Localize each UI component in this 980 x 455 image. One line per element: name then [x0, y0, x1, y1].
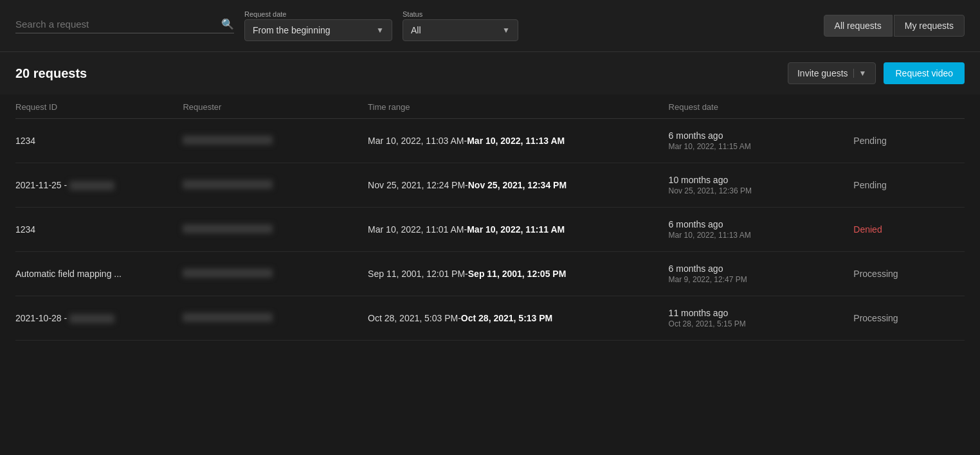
- table-header-row: Request ID Requester Time range Request …: [15, 94, 965, 119]
- status-value: All: [411, 25, 497, 35]
- col-header-requester: Requester: [183, 94, 368, 119]
- invite-guests-button[interactable]: Invite guests ▼: [788, 62, 876, 84]
- sub-bar: 20 requests Invite guests ▼ Request vide…: [0, 52, 980, 94]
- cell-request-date: 6 months agoMar 9, 2022, 12:47 PM: [669, 252, 854, 296]
- status-label: Status: [403, 10, 518, 18]
- date-relative: 10 months ago: [669, 175, 844, 185]
- cell-time-range: Oct 28, 2021, 5:03 PM-Oct 28, 2021, 5:13…: [368, 296, 669, 341]
- date-relative: 11 months ago: [669, 308, 844, 318]
- col-header-time-range: Time range: [368, 94, 669, 119]
- date-relative: 6 months ago: [669, 219, 844, 229]
- table-row[interactable]: 1234Mar 10, 2022, 11:03 AM-Mar 10, 2022,…: [15, 119, 965, 163]
- date-absolute: Mar 10, 2022, 11:15 AM: [669, 142, 844, 151]
- table-row[interactable]: 2021-11-25 -Nov 25, 2021, 12:24 PM-Nov 2…: [15, 163, 965, 208]
- cell-request-date: 6 months agoMar 10, 2022, 11:13 AM: [669, 208, 854, 252]
- status-badge: Processing: [853, 269, 898, 279]
- top-bar: 🔍 Request date From the beginning ▼ Stat…: [0, 0, 980, 52]
- requests-table: Request ID Requester Time range Request …: [15, 94, 965, 341]
- cell-status: Pending: [853, 119, 965, 163]
- cell-request-id: 1234: [15, 119, 183, 163]
- requests-count: 20 requests: [15, 66, 780, 81]
- date-absolute: Nov 25, 2021, 12:36 PM: [669, 186, 844, 195]
- request-id-text: 1234: [15, 224, 35, 235]
- cell-request-date: 11 months agoOct 28, 2021, 5:15 PM: [669, 296, 854, 341]
- date-absolute: Oct 28, 2021, 5:15 PM: [669, 319, 844, 328]
- status-badge: Pending: [853, 180, 886, 190]
- time-range-start: Nov 25, 2021, 12:24 PM-: [368, 180, 468, 190]
- cell-requester: [183, 208, 368, 252]
- status-filter-group: Status All ▼: [403, 10, 518, 41]
- cell-status: Denied: [853, 208, 965, 252]
- cell-requester: [183, 296, 368, 341]
- time-range-end: Mar 10, 2022, 11:11 AM: [467, 224, 565, 235]
- cell-request-id: 1234: [15, 208, 183, 252]
- search-icon: 🔍: [221, 18, 234, 30]
- all-requests-button[interactable]: All requests: [824, 15, 893, 37]
- cell-status: Processing: [853, 252, 965, 296]
- date-absolute: Mar 9, 2022, 12:47 PM: [669, 275, 844, 284]
- date-absolute: Mar 10, 2022, 11:13 AM: [669, 231, 844, 240]
- cell-status: Processing: [853, 296, 965, 341]
- time-range-start: Sep 11, 2001, 12:01 PM-: [368, 269, 468, 279]
- time-range-end: Oct 28, 2021, 5:13 PM: [461, 313, 552, 323]
- cell-request-id: 2021-10-28 -: [15, 296, 183, 341]
- status-badge: Denied: [853, 224, 882, 235]
- request-date-label: Request date: [244, 10, 392, 18]
- time-range-end: Nov 25, 2021, 12:34 PM: [468, 180, 567, 190]
- cell-status: Pending: [853, 163, 965, 208]
- cell-time-range: Nov 25, 2021, 12:24 PM-Nov 25, 2021, 12:…: [368, 163, 669, 208]
- requester-blurred: [183, 224, 273, 233]
- requests-table-container: Request ID Requester Time range Request …: [0, 94, 980, 341]
- cell-request-id: 2021-11-25 -: [15, 163, 183, 208]
- col-header-request-id: Request ID: [15, 94, 183, 119]
- request-id-text: 2021-10-28 -: [15, 313, 67, 323]
- cell-requester: [183, 119, 368, 163]
- cell-requester: [183, 252, 368, 296]
- col-header-status: [853, 94, 965, 119]
- status-badge: Pending: [853, 136, 886, 146]
- requester-blurred: [183, 313, 273, 322]
- request-date-value: From the beginning: [253, 25, 371, 35]
- cell-request-date: 6 months agoMar 10, 2022, 11:15 AM: [669, 119, 854, 163]
- request-id-text: Automatic field mapping ...: [15, 269, 122, 279]
- request-video-button[interactable]: Request video: [884, 62, 965, 84]
- requester-blurred: [183, 180, 273, 189]
- cell-request-date: 10 months agoNov 25, 2021, 12:36 PM: [669, 163, 854, 208]
- request-id-text: 2021-11-25 -: [15, 180, 67, 190]
- col-header-request-date: Request date: [669, 94, 854, 119]
- table-row[interactable]: Automatic field mapping ...Sep 11, 2001,…: [15, 252, 965, 296]
- cell-time-range: Mar 10, 2022, 11:03 AM-Mar 10, 2022, 11:…: [368, 119, 669, 163]
- time-range-end: Mar 10, 2022, 11:13 AM: [467, 136, 565, 146]
- table-row[interactable]: 2021-10-28 -Oct 28, 2021, 5:03 PM-Oct 28…: [15, 296, 965, 341]
- search-input[interactable]: [15, 19, 216, 30]
- chevron-down-icon: ▼: [376, 26, 384, 35]
- request-id-blurred: [69, 181, 114, 190]
- table-row[interactable]: 1234Mar 10, 2022, 11:01 AM-Mar 10, 2022,…: [15, 208, 965, 252]
- cell-requester: [183, 163, 368, 208]
- search-wrapper: 🔍: [15, 18, 234, 33]
- chevron-down-icon: ▼: [502, 26, 510, 35]
- requester-blurred: [183, 136, 273, 145]
- request-date-select[interactable]: From the beginning ▼: [244, 19, 392, 41]
- request-date-filter-group: Request date From the beginning ▼: [244, 10, 392, 41]
- time-range-start: Mar 10, 2022, 11:01 AM-: [368, 224, 467, 235]
- status-badge: Processing: [853, 313, 898, 323]
- cell-time-range: Sep 11, 2001, 12:01 PM-Sep 11, 2001, 12:…: [368, 252, 669, 296]
- my-requests-button[interactable]: My requests: [894, 15, 965, 37]
- time-range-end: Sep 11, 2001, 12:05 PM: [468, 269, 567, 279]
- requester-blurred: [183, 269, 273, 278]
- chevron-down-icon: ▼: [853, 69, 867, 78]
- request-filter-buttons: All requests My requests: [824, 15, 965, 37]
- time-range-start: Oct 28, 2021, 5:03 PM-: [368, 313, 461, 323]
- request-id-text: 1234: [15, 136, 35, 146]
- date-relative: 6 months ago: [669, 130, 844, 141]
- date-relative: 6 months ago: [669, 263, 844, 274]
- time-range-start: Mar 10, 2022, 11:03 AM-: [368, 136, 467, 146]
- cell-time-range: Mar 10, 2022, 11:01 AM-Mar 10, 2022, 11:…: [368, 208, 669, 252]
- status-select[interactable]: All ▼: [403, 19, 518, 41]
- request-id-blurred: [69, 314, 114, 323]
- invite-guests-label: Invite guests: [797, 68, 848, 78]
- cell-request-id: Automatic field mapping ...: [15, 252, 183, 296]
